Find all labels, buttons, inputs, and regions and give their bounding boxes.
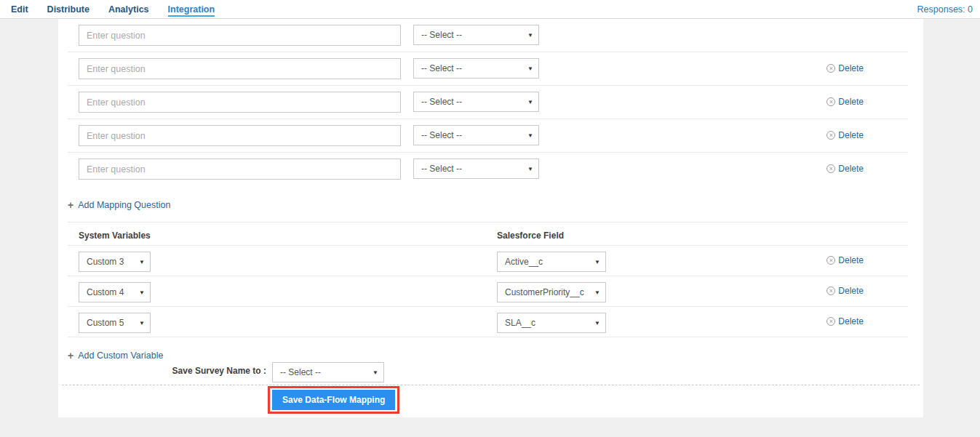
salesforce-field-select[interactable]: Active__c	[497, 252, 606, 272]
select-value: -- Select --	[421, 30, 462, 40]
select-value: Custom 4	[87, 287, 124, 297]
select-value: -- Select --	[421, 63, 462, 73]
question-field-select[interactable]: -- Select --	[413, 58, 539, 79]
delete-label: Delete	[838, 286, 864, 296]
question-input[interactable]	[79, 25, 401, 46]
question-field-select[interactable]: -- Select --	[413, 159, 539, 179]
delete-question-button[interactable]: Delete	[826, 130, 864, 140]
question-field-select[interactable]: -- Select --	[413, 25, 539, 45]
system-variables-header: System Variables	[79, 230, 151, 241]
delete-variable-button[interactable]: Delete	[826, 316, 864, 326]
tab-distribute[interactable]: Distribute	[47, 1, 89, 17]
delete-label: Delete	[838, 130, 864, 140]
select-value: -- Select --	[421, 130, 462, 140]
select-value: CustomerPriority__c	[505, 287, 584, 297]
add-mapping-question-label: Add Mapping Question	[78, 200, 170, 210]
question-field-select[interactable]: -- Select --	[413, 92, 539, 112]
question-field-select[interactable]: -- Select --	[413, 125, 539, 145]
delete-circle-x-icon	[826, 164, 835, 173]
add-custom-variable-button[interactable]: Add Custom Variable	[68, 350, 163, 361]
custom-variable-row: Custom 4 CustomerPriority__c Delete	[68, 276, 908, 307]
tab-analytics[interactable]: Analytics	[108, 1, 149, 17]
delete-question-button[interactable]: Delete	[826, 63, 864, 73]
question-input[interactable]	[79, 58, 401, 79]
delete-circle-x-icon	[826, 131, 835, 140]
salesforce-field-select[interactable]: SLA__c	[497, 313, 606, 333]
select-value: -- Select --	[280, 367, 321, 377]
delete-question-button[interactable]: Delete	[826, 97, 864, 107]
save-survey-name-select[interactable]: -- Select --	[272, 362, 384, 382]
save-survey-name-label: Save Survey Name to :	[58, 366, 266, 376]
delete-variable-button[interactable]: Delete	[826, 255, 864, 265]
delete-question-button[interactable]: Delete	[826, 164, 864, 174]
custom-variable-row: Custom 5 SLA__c Delete	[68, 307, 908, 337]
dashed-divider	[62, 385, 920, 385]
question-input[interactable]	[79, 125, 401, 146]
delete-circle-x-icon	[826, 64, 835, 73]
select-value: Custom 5	[87, 318, 124, 328]
delete-circle-x-icon	[826, 317, 835, 326]
question-input[interactable]	[79, 92, 401, 113]
delete-variable-button[interactable]: Delete	[826, 286, 864, 296]
add-mapping-question-button[interactable]: Add Mapping Question	[68, 200, 170, 210]
add-custom-variable-label: Add Custom Variable	[78, 350, 163, 361]
select-value: -- Select --	[421, 97, 462, 107]
delete-label: Delete	[838, 316, 864, 326]
salesforce-field-select[interactable]: CustomerPriority__c	[497, 282, 606, 302]
red-highlight-box: Save Data-Flow Mapping	[268, 386, 399, 414]
select-value: SLA__c	[505, 318, 535, 328]
custom-variable-row: Custom 3 Active__c Delete	[68, 246, 908, 276]
delete-label: Delete	[838, 164, 864, 174]
question-input[interactable]	[79, 159, 401, 180]
select-value: Active__c	[505, 257, 543, 267]
select-value: -- Select --	[421, 164, 462, 174]
delete-label: Delete	[838, 255, 864, 265]
select-value: Custom 3	[87, 257, 124, 267]
mapping-question-row: -- Select --	[68, 19, 908, 52]
mapping-question-row: -- Select -- Delete	[68, 119, 908, 153]
delete-label: Delete	[838, 63, 864, 73]
save-data-flow-mapping-button[interactable]: Save Data-Flow Mapping	[272, 390, 395, 410]
delete-circle-x-icon	[826, 256, 835, 265]
system-variable-select[interactable]: Custom 3	[79, 252, 151, 272]
salesforce-field-header: Salesforce Field	[497, 230, 564, 241]
mapping-question-row: -- Select -- Delete	[68, 153, 908, 186]
top-nav-bar: Edit Distribute Analytics Integration Re…	[0, 0, 980, 19]
system-variable-select[interactable]: Custom 4	[79, 282, 151, 302]
delete-circle-x-icon	[826, 286, 835, 295]
mapping-question-row: -- Select -- Delete	[68, 52, 908, 86]
section-divider	[68, 222, 908, 222]
delete-label: Delete	[838, 97, 864, 107]
tab-edit[interactable]: Edit	[11, 1, 28, 17]
mapping-question-row: -- Select -- Delete	[68, 86, 908, 119]
responses-count: Responses: 0	[917, 4, 973, 15]
tab-integration[interactable]: Integration	[168, 1, 215, 17]
plus-icon	[68, 350, 73, 361]
integration-mapping-panel: -- Select -- -- Select -- Delete -- Sele…	[58, 19, 923, 417]
system-variable-select[interactable]: Custom 5	[79, 313, 151, 333]
delete-circle-x-icon	[826, 97, 835, 106]
plus-icon	[68, 200, 73, 210]
